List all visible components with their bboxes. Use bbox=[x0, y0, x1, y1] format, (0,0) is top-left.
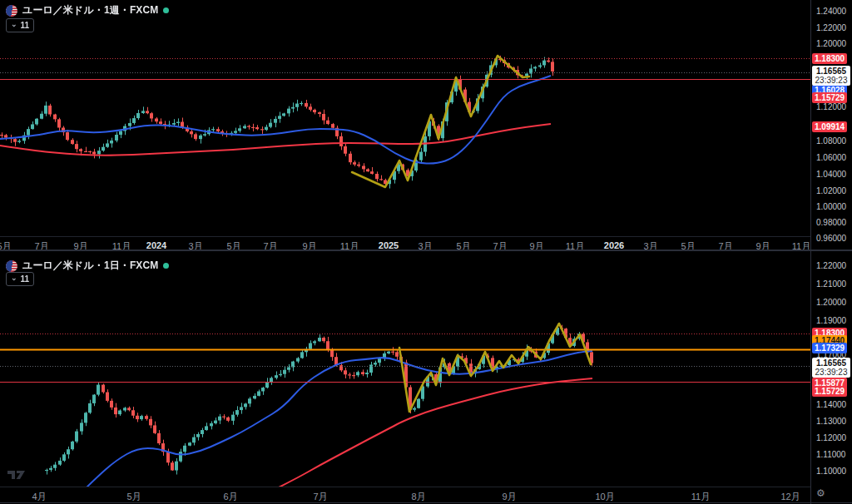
weekly-chart-canvas[interactable] bbox=[0, 0, 810, 236]
current-price-label: 1.1656523:39:23 bbox=[812, 66, 850, 86]
daily-time-axis[interactable]: 4月5月6月7月8月9月10月11月12月 bbox=[0, 487, 810, 504]
weekly-time-axis[interactable]: 5月7月9月11月20243月5月7月9月11月20253月5月7月9月11月2… bbox=[0, 236, 810, 250]
price-axis-tick: 1.12000 bbox=[816, 102, 846, 111]
price-axis-tick: 1.11000 bbox=[816, 450, 845, 459]
price-level-badge: 1.18300 bbox=[812, 53, 847, 64]
price-axis-tick: 0.96000 bbox=[816, 234, 846, 243]
price-axis-tick: 1.14000 bbox=[816, 400, 846, 409]
tradingview-logo-icon bbox=[7, 468, 27, 485]
daily-indicator-count: 11 bbox=[21, 274, 30, 284]
weekly-symbol-title: ユーロ／米ドル・1週・FXCM bbox=[22, 3, 158, 17]
daily-chart-canvas[interactable] bbox=[0, 250, 810, 487]
time-axis-tick: 10月 bbox=[595, 491, 614, 503]
price-axis-tick: 1.00000 bbox=[816, 202, 846, 211]
price-axis-tick: 1.21000 bbox=[816, 279, 846, 289]
weekly-indicator-count: 11 bbox=[21, 21, 30, 30]
price-axis-tick: 1.20000 bbox=[816, 298, 846, 307]
gear-icon[interactable]: ⚙ bbox=[816, 488, 825, 498]
bar-countdown: 23:39:23 bbox=[812, 76, 850, 85]
current-price-value: 1.16565 bbox=[812, 67, 850, 76]
price-axis-tick: 1.24000 bbox=[816, 7, 846, 16]
market-open-status-icon bbox=[163, 7, 169, 13]
eurusd-pair-icon bbox=[6, 5, 17, 17]
price-axis-tick: 0.98000 bbox=[816, 218, 846, 227]
time-axis-tick: 5月 bbox=[126, 491, 141, 503]
daily-indicators-collapse-button[interactable]: ⌄ 11 bbox=[6, 272, 34, 286]
weekly-price-axis[interactable]: 1.240001.220001.200001.120001.080001.060… bbox=[810, 0, 852, 250]
price-level-badge: 1.15729 bbox=[812, 92, 847, 103]
price-axis-tick: 1.12000 bbox=[816, 433, 846, 442]
price-axis-tick: 1.04000 bbox=[816, 170, 846, 179]
weekly-header[interactable]: ユーロ／米ドル・1週・FXCM bbox=[6, 3, 169, 17]
pane-divider[interactable] bbox=[0, 250, 852, 251]
market-open-status-icon bbox=[163, 263, 169, 269]
time-axis-tick: 9月 bbox=[502, 491, 516, 503]
time-axis-tick: 8月 bbox=[411, 491, 425, 503]
time-axis-tick: 11月 bbox=[691, 491, 710, 503]
time-axis-tick: 7月 bbox=[313, 491, 327, 503]
pane-weekly: ユーロ／米ドル・1週・FXCM ⌄ 11 5月7月9月11月20243月5月7月… bbox=[0, 0, 852, 250]
bottom-border bbox=[0, 502, 852, 503]
daily-header[interactable]: ユーロ／米ドル・1日・FXCM bbox=[6, 259, 169, 273]
price-axis-tick: 1.22000 bbox=[816, 23, 846, 32]
price-axis-tick: 1.13000 bbox=[816, 417, 846, 426]
weekly-indicators-collapse-button[interactable]: ⌄ 11 bbox=[6, 18, 34, 32]
price-axis-tick: 1.10000 bbox=[816, 467, 846, 476]
chevron-down-icon: ⌄ bbox=[11, 274, 17, 282]
price-level-badge: 1.09914 bbox=[812, 121, 847, 132]
price-axis-tick: 1.19000 bbox=[816, 316, 846, 325]
current-price-label: 1.1656523:39:23 bbox=[812, 358, 850, 378]
time-axis-tick: 6月 bbox=[223, 491, 237, 503]
chart-widget: ユーロ／米ドル・1週・FXCM ⌄ 11 5月7月9月11月20243月5月7月… bbox=[0, 0, 852, 504]
time-axis-tick: 12月 bbox=[780, 491, 800, 503]
daily-symbol-title: ユーロ／米ドル・1日・FXCM bbox=[22, 259, 158, 273]
chevron-down-icon: ⌄ bbox=[11, 20, 17, 28]
pane-daily: ユーロ／米ドル・1日・FXCM ⌄ 11 4月5月6月7月8月9月10月11月1… bbox=[0, 250, 852, 504]
price-axis-tick: 1.06000 bbox=[816, 153, 846, 162]
current-price-value: 1.16565 bbox=[812, 358, 850, 368]
daily-price-axis[interactable]: 1.220001.210001.200001.190001.170001.140… bbox=[810, 250, 852, 504]
bar-countdown: 23:39:23 bbox=[812, 368, 850, 377]
price-axis-tick: 1.02000 bbox=[816, 186, 846, 195]
price-axis-tick: 1.20000 bbox=[816, 39, 846, 48]
price-axis-tick: 1.08000 bbox=[816, 136, 846, 146]
price-level-badge: 1.17329 bbox=[812, 343, 847, 353]
price-level-badge: 1.15729 bbox=[812, 386, 847, 397]
eurusd-pair-icon bbox=[6, 260, 17, 272]
price-axis-tick: 1.22000 bbox=[816, 261, 846, 270]
time-axis-tick: 4月 bbox=[32, 491, 46, 503]
